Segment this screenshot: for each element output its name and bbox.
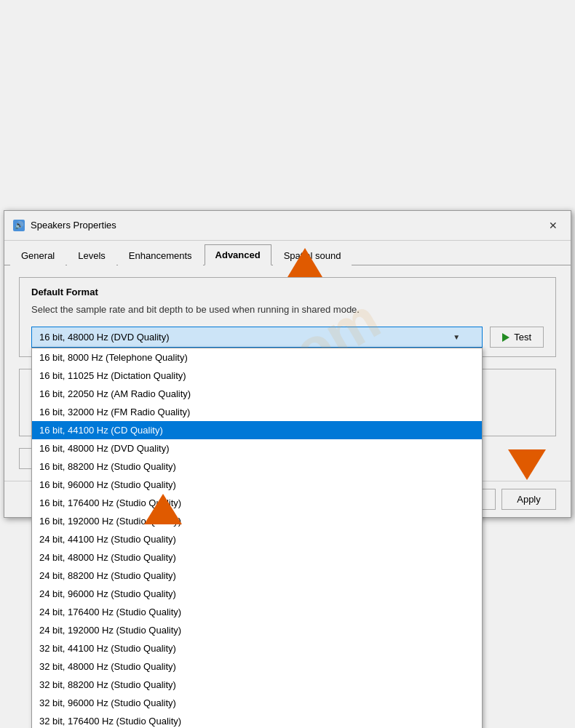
dropdown-item-12[interactable]: 24 bit, 88200 Hz (Studio Quality) — [32, 567, 482, 585]
apply-button[interactable]: Apply — [501, 489, 556, 510]
close-button[interactable]: ✕ — [544, 217, 562, 234]
tab-spatial-sound[interactable]: Spatial sound — [273, 245, 352, 265]
tab-general[interactable]: General — [10, 245, 66, 265]
dropdown-item-15[interactable]: 24 bit, 192000 Hz (Studio Quality) — [32, 621, 482, 639]
dropdown-item-3[interactable]: 16 bit, 32000 Hz (FM Radio Quality) — [32, 403, 482, 421]
dropdown-item-0[interactable]: 16 bit, 8000 Hz (Telephone Quality) — [32, 348, 482, 367]
dialog-icon: 🔊 — [13, 220, 25, 231]
dialog-title: Speakers Properties — [31, 220, 544, 231]
dropdown-item-20[interactable]: 32 bit, 176400 Hz (Studio Quality) — [32, 712, 482, 728]
test-button[interactable]: Test — [490, 327, 544, 348]
play-icon — [502, 333, 509, 342]
content-area: Default Format Select the sample rate an… — [4, 265, 571, 481]
tab-advanced[interactable]: Advanced — [205, 244, 271, 265]
dropdown-item-9[interactable]: 16 bit, 192000 Hz (Studio Quality) — [32, 512, 482, 530]
dropdown-item-19[interactable]: 32 bit, 96000 Hz (Studio Quality) — [32, 694, 482, 712]
dropdown-item-10[interactable]: 24 bit, 44100 Hz (Studio Quality) — [32, 530, 482, 548]
tab-bar: General Levels Enhancements Advanced Spa… — [4, 241, 571, 265]
tab-levels[interactable]: Levels — [67, 245, 116, 265]
dropdown-list[interactable]: 16 bit, 8000 Hz (Telephone Quality) 16 b… — [31, 348, 483, 728]
dropdown-selected-value: 16 bit, 48000 Hz (DVD Quality) — [39, 332, 169, 343]
default-format-desc: Select the sample rate and bit depth to … — [31, 303, 544, 316]
format-dropdown[interactable]: 16 bit, 48000 Hz (DVD Quality) ▼ 16 bit,… — [31, 327, 483, 348]
test-label: Test — [514, 332, 531, 343]
dropdown-item-6[interactable]: 16 bit, 88200 Hz (Studio Quality) — [32, 457, 482, 476]
default-format-title: Default Format — [31, 287, 544, 297]
dropdown-item-13[interactable]: 24 bit, 96000 Hz (Studio Quality) — [32, 585, 482, 603]
dropdown-item-4[interactable]: 16 bit, 44100 Hz (CD Quality) — [32, 421, 482, 439]
default-format-section: Default Format Select the sample rate an… — [19, 277, 556, 357]
dropdown-chevron-icon: ▼ — [453, 333, 460, 341]
title-bar: 🔊 Speakers Properties ✕ — [4, 211, 571, 241]
dropdown-item-1[interactable]: 16 bit, 11025 Hz (Dictation Quality) — [32, 367, 482, 385]
dropdown-item-11[interactable]: 24 bit, 48000 Hz (Studio Quality) — [32, 548, 482, 567]
speakers-properties-dialog: 🔊 Speakers Properties ✕ General Levels E… — [4, 210, 571, 518]
dropdown-item-8[interactable]: 16 bit, 176400 Hz (Studio Quality) — [32, 494, 482, 512]
dropdown-item-18[interactable]: 32 bit, 88200 Hz (Studio Quality) — [32, 676, 482, 694]
dropdown-row: 16 bit, 48000 Hz (DVD Quality) ▼ 16 bit,… — [31, 327, 544, 348]
dropdown-item-2[interactable]: 16 bit, 22050 Hz (AM Radio Quality) — [32, 385, 482, 403]
dropdown-item-17[interactable]: 32 bit, 48000 Hz (Studio Quality) — [32, 657, 482, 676]
dropdown-item-16[interactable]: 32 bit, 44100 Hz (Studio Quality) — [32, 639, 482, 657]
dropdown-item-14[interactable]: 24 bit, 176400 Hz (Studio Quality) — [32, 603, 482, 621]
dropdown-item-5[interactable]: 16 bit, 48000 Hz (DVD Quality) — [32, 439, 482, 457]
tab-enhancements[interactable]: Enhancements — [118, 245, 203, 265]
dropdown-item-7[interactable]: 16 bit, 96000 Hz (Studio Quality) — [32, 476, 482, 494]
